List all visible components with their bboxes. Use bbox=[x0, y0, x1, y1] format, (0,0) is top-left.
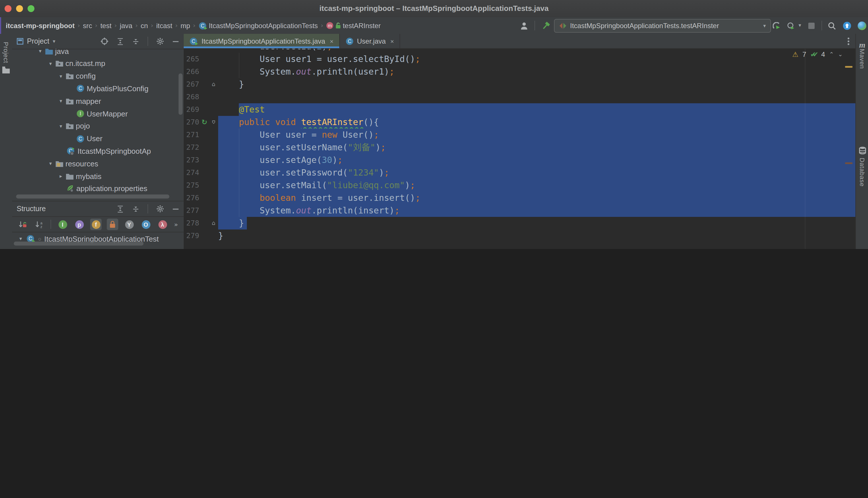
project-panel-title[interactable]: Project bbox=[27, 37, 49, 45]
structure-filter-fields[interactable]: f bbox=[90, 219, 102, 230]
code-line[interactable]: 270↻⌂ public void testARInster(){ bbox=[184, 116, 855, 129]
structure-filter-hierarchy[interactable]: Y bbox=[124, 219, 135, 230]
gear-icon[interactable] bbox=[156, 205, 164, 213]
chevron-expanded-icon[interactable]: ▾ bbox=[48, 61, 53, 67]
chevron-expanded-icon[interactable]: ▾ bbox=[48, 161, 53, 166]
project-vscrollbar[interactable] bbox=[179, 74, 183, 115]
code-line[interactable]: 271 User user = new User(); bbox=[184, 129, 855, 141]
sidebar-item-project[interactable]: Project bbox=[0, 38, 12, 77]
breadcrumb-item[interactable]: src bbox=[83, 22, 92, 29]
tree-item[interactable]: CItcastMpSpringbootAp bbox=[58, 145, 151, 157]
inspections-widget[interactable]: ⚠ 7 ✔✔ 4 ⌃ ⌄ bbox=[792, 51, 843, 58]
zoom-window-button[interactable] bbox=[28, 5, 35, 12]
chevron-down-icon[interactable]: ▾ bbox=[53, 38, 55, 44]
minimize-icon[interactable] bbox=[172, 38, 179, 45]
collapse-all-icon[interactable] bbox=[132, 205, 140, 212]
structure-hscrollbar[interactable] bbox=[14, 241, 143, 246]
tab-ItcastMpSpringbootApplicationTests.java[interactable]: CItcastMpSpringbootApplicationTests.java… bbox=[184, 34, 340, 48]
code-line[interactable]: 266 System.out.println(user1); bbox=[184, 65, 855, 78]
minimize-window-button[interactable] bbox=[16, 5, 23, 12]
code-line[interactable]: 279} bbox=[184, 230, 855, 242]
breadcrumb-item[interactable]: testARInster bbox=[343, 22, 380, 29]
kebab-menu-icon[interactable] bbox=[847, 37, 850, 45]
gear-icon[interactable] bbox=[156, 37, 164, 45]
chevron-expanded-icon[interactable]: ▾ bbox=[37, 49, 43, 54]
tree-item[interactable]: CUser bbox=[68, 132, 103, 145]
structure-filter-lambda[interactable]: λ bbox=[157, 219, 168, 230]
breadcrumb-item[interactable]: itcast bbox=[156, 22, 172, 29]
collapse-all-icon[interactable] bbox=[132, 38, 140, 45]
chevron-collapsed-icon[interactable]: ▸ bbox=[58, 173, 64, 179]
tree-item[interactable]: application.properties bbox=[58, 182, 147, 195]
expand-all-icon[interactable] bbox=[117, 38, 124, 45]
tree-item[interactable]: ▾config bbox=[58, 70, 95, 82]
expand-all-icon[interactable] bbox=[117, 205, 124, 212]
structure-filter-sort-alpha[interactable]: az bbox=[33, 219, 45, 230]
fold-marker-icon[interactable]: ⌂ bbox=[210, 116, 217, 129]
code-line[interactable]: 273 user.setAge(30); bbox=[184, 154, 855, 166]
structure-filter-order[interactable]: O bbox=[140, 219, 152, 230]
code-line[interactable]: 265 User user1 = user.selectById(); bbox=[184, 53, 855, 65]
code-line[interactable]: 272 user.setUserName("刘备"); bbox=[184, 141, 855, 154]
chevron-expanded-icon[interactable]: ▾ bbox=[58, 73, 64, 79]
tree-item[interactable]: ▸mybatis bbox=[58, 170, 102, 182]
minimize-icon[interactable] bbox=[172, 206, 179, 212]
run-configuration-select[interactable]: ItcastMpSpringbootApplicationTests.testA… bbox=[554, 19, 771, 33]
prev-problem-icon[interactable]: ⌃ bbox=[829, 52, 834, 57]
search-everywhere-icon[interactable] bbox=[828, 22, 836, 29]
tab-User.java[interactable]: CUser.java× bbox=[340, 34, 400, 48]
sidebar-item-maven[interactable]: mMaven bbox=[856, 42, 868, 72]
tree-item[interactable]: ▾cn.itcast.mp bbox=[48, 57, 105, 70]
chevron-expanded-icon[interactable]: ▾ bbox=[58, 123, 64, 129]
code-line[interactable]: 268 bbox=[184, 91, 855, 103]
fold-marker-icon[interactable]: ⌂ bbox=[210, 78, 217, 91]
breadcrumb-item[interactable]: ItcastMpSpringbootApplicationTests bbox=[209, 22, 318, 29]
chevron-expanded-icon[interactable]: ▾ bbox=[58, 98, 64, 104]
structure-filter-non-public[interactable] bbox=[107, 219, 118, 230]
breadcrumb-item[interactable]: itcast-mp-springboot bbox=[6, 22, 75, 29]
tree-item[interactable]: ▾pojo bbox=[58, 120, 90, 132]
close-tab-icon[interactable]: × bbox=[330, 38, 334, 44]
warning-stripe-mark[interactable] bbox=[845, 66, 853, 68]
sidebar-item-database[interactable]: Database bbox=[856, 143, 868, 190]
code-line[interactable]: 278⌂ } bbox=[184, 217, 855, 230]
rerun-test-gutter-icon[interactable]: ↻ bbox=[200, 116, 208, 129]
code-line[interactable]: 269 @Test bbox=[184, 103, 855, 116]
editor-area[interactable]: CItcastMpSpringbootApplicationTests.java… bbox=[184, 34, 855, 249]
coverage-icon[interactable] bbox=[773, 22, 780, 29]
project-hscrollbar[interactable] bbox=[16, 195, 169, 198]
profiler-icon[interactable] bbox=[787, 22, 794, 29]
code-line[interactable]: 274 user.setPassword("1234"); bbox=[184, 166, 855, 179]
close-tab-icon[interactable]: × bbox=[390, 38, 394, 44]
structure-filter-properties[interactable]: p bbox=[74, 219, 85, 230]
code-line[interactable]: 275 user.setMail("liubei@qq.com"); bbox=[184, 179, 855, 192]
tree-item[interactable]: ▾resources bbox=[48, 157, 98, 170]
breadcrumb-item[interactable]: test bbox=[101, 22, 112, 29]
update-icon[interactable] bbox=[843, 21, 851, 30]
build-hammer-icon[interactable] bbox=[542, 21, 550, 30]
structure-filter-supertypes[interactable]: I bbox=[57, 219, 68, 230]
code-line[interactable]: 267⌂ } bbox=[184, 78, 855, 91]
stripe-mark[interactable] bbox=[845, 162, 853, 164]
structure-filter-sort-visibility[interactable] bbox=[17, 219, 28, 230]
chevron-down-icon[interactable]: ▾ bbox=[799, 23, 801, 28]
code-line[interactable]: 277 System.out.println(insert); bbox=[184, 204, 855, 217]
chevron-expanded-icon[interactable]: ▾ bbox=[18, 236, 24, 241]
tree-item[interactable]: ▾java bbox=[37, 49, 69, 57]
tree-item[interactable]: IUserMapper bbox=[68, 107, 128, 120]
stop-icon[interactable] bbox=[808, 22, 815, 29]
close-window-button[interactable] bbox=[4, 5, 12, 12]
breadcrumb-item[interactable]: cn bbox=[141, 22, 148, 29]
fold-marker-icon[interactable]: ⌂ bbox=[210, 217, 217, 230]
code-line[interactable]: 276 boolean insert = user.insert(); bbox=[184, 192, 855, 204]
tree-item[interactable]: CMybatisPlusConfig bbox=[68, 82, 148, 95]
breadcrumb-item[interactable]: mp bbox=[181, 22, 190, 29]
users-icon[interactable] bbox=[520, 22, 529, 29]
tree-item[interactable]: ▾mapper bbox=[58, 95, 101, 107]
gradle-sphere-icon[interactable] bbox=[858, 21, 866, 30]
next-problem-icon[interactable]: ⌄ bbox=[838, 52, 843, 57]
overflow-chevrons-icon[interactable]: » bbox=[174, 221, 178, 227]
breadcrumb-item[interactable]: java bbox=[120, 22, 132, 29]
locate-icon[interactable] bbox=[101, 37, 108, 45]
code-viewport[interactable]: 264 user.setId(2);265 User user1 = user.… bbox=[184, 34, 855, 249]
